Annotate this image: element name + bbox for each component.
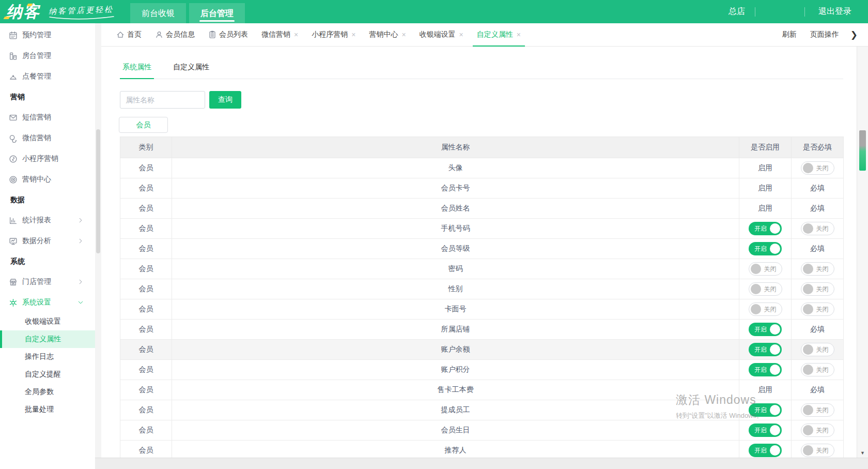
sidebar-scrollbar[interactable] <box>95 23 101 469</box>
chevron-right-icon[interactable]: ❯ <box>850 31 858 39</box>
required-cell: 关闭 <box>792 259 844 279</box>
page-tab-wechat-marketing[interactable]: 微信营销× <box>261 23 298 46</box>
enabled-toggle[interactable]: 开启 <box>749 343 782 356</box>
enabled-toggle[interactable]: 关闭 <box>749 262 782 276</box>
required-toggle[interactable]: 关闭 <box>801 444 834 457</box>
table-row: 会员会员姓名启用必填 <box>120 199 844 219</box>
attribute-name-input[interactable] <box>120 91 205 109</box>
sidebar-item-custom-reminder[interactable]: 自定义提醒 <box>0 366 95 383</box>
window-scroll-thumb[interactable] <box>859 130 866 171</box>
enabled-toggle[interactable]: 关闭 <box>749 302 782 316</box>
sidebar-item-system-settings[interactable]: 系统设置 <box>0 292 95 313</box>
page-tab-member-info[interactable]: 会员信息 <box>155 23 195 46</box>
enabled-toggle[interactable]: 开启 <box>749 363 782 376</box>
sidebar-item-marketing-center[interactable]: 营销中心 <box>0 169 95 190</box>
category-cell: 会员 <box>120 219 172 239</box>
table-row: 会员卡面号关闭关闭 <box>120 299 844 320</box>
required-toggle[interactable]: 关闭 <box>801 302 834 316</box>
category-cell: 会员 <box>120 178 172 199</box>
chevron-right-icon <box>78 238 84 244</box>
required-toggle[interactable]: 关闭 <box>801 222 834 235</box>
page-tab-member-list[interactable]: 会员列表 <box>208 23 248 46</box>
refresh-button[interactable]: 刷新 <box>780 30 797 39</box>
enabled-toggle[interactable]: 关闭 <box>749 282 782 296</box>
attribute-name-cell: 提成员工 <box>172 400 739 420</box>
category-cell: 会员 <box>120 239 172 259</box>
table-row: 会员密码关闭关闭 <box>120 259 844 279</box>
enabled-toggle[interactable]: 开启 <box>749 444 782 457</box>
sidebar-item-operation-log[interactable]: 操作日志 <box>0 348 95 366</box>
enabled-cell: 开启 <box>739 239 792 259</box>
required-state-text: 必填 <box>810 385 825 394</box>
scroll-down-arrow-icon[interactable]: ▼ <box>857 450 868 456</box>
sidebar-scroll-thumb[interactable] <box>96 129 100 253</box>
sidebar-item-room[interactable]: 房台管理 <box>0 46 95 66</box>
sidebar-item-global-params[interactable]: 全局参数 <box>0 383 95 401</box>
page-tab-custom-attributes[interactable]: 自定义属性× <box>477 23 521 46</box>
sidebar-item-store-mgmt[interactable]: 门店管理 <box>0 271 95 292</box>
required-cell: 关闭 <box>792 279 844 299</box>
required-toggle[interactable]: 关闭 <box>801 423 834 437</box>
enabled-toggle[interactable]: 开启 <box>749 323 782 336</box>
required-toggle[interactable]: 关闭 <box>801 363 834 376</box>
sidebar-item-dining[interactable]: 点餐管理 <box>0 66 95 87</box>
content-tab-custom-attributes[interactable]: 自定义属性 <box>171 55 212 79</box>
slogan-underline <box>49 16 115 20</box>
footer-strip <box>95 458 868 469</box>
page-tab-home[interactable]: 首页 <box>116 23 142 46</box>
sidebar-item-appointment[interactable]: 预约管理 <box>0 25 95 46</box>
table-row: 会员性别关闭关闭 <box>120 279 844 299</box>
refresh-label: 刷新 <box>782 30 797 39</box>
store-icon <box>9 278 18 286</box>
store-account-button[interactable]: 总店 <box>725 6 745 17</box>
page-tab-cashier-settings[interactable]: 收银端设置× <box>420 23 463 46</box>
table-header-cell: 属性名称 <box>172 137 739 158</box>
topbar-tab-front-cashier[interactable]: 前台收银 <box>130 3 186 23</box>
enabled-cell: 启用 <box>739 178 792 199</box>
content-tab-system-attributes[interactable]: 系统属性 <box>120 55 154 79</box>
sidebar-item-stats-report[interactable]: 统计报表 <box>0 210 95 231</box>
close-icon[interactable]: × <box>459 31 463 38</box>
window-scrollbar[interactable]: ▼ <box>857 47 868 458</box>
page-tab-marketing-center[interactable]: 营销中心× <box>369 23 406 46</box>
logout-button[interactable]: 退出登录 <box>815 6 851 17</box>
sidebar-section-data: 数据 <box>0 190 95 210</box>
attribute-name-cell: 会员姓名 <box>172 199 739 219</box>
table-row: 会员会员等级开启必填 <box>120 239 844 259</box>
sidebar-item-sms-marketing[interactable]: 短信营销 <box>0 107 95 128</box>
enabled-toggle[interactable]: 开启 <box>749 242 782 255</box>
table-header-cell: 类别 <box>120 137 172 158</box>
sidebar-item-wechat-marketing[interactable]: 微信营销 <box>0 128 95 148</box>
table-row: 会员会员生日开启关闭 <box>120 420 844 441</box>
category-tag-member[interactable]: 会员 <box>119 117 168 133</box>
required-toggle[interactable]: 关闭 <box>801 282 834 296</box>
page-operations-button[interactable]: 页面操作 <box>808 30 839 39</box>
required-toggle[interactable]: 关闭 <box>801 343 834 356</box>
wechat-icon <box>9 134 18 143</box>
enabled-cell: 开启 <box>739 320 792 340</box>
close-icon[interactable]: × <box>294 31 298 38</box>
topbar: 纳客 纳客管店更轻松 前台收银后台管理 总店 退出登录 <box>0 0 868 23</box>
required-toggle[interactable]: 关闭 <box>801 403 834 417</box>
brand-slogan-wrap: 纳客管店更轻松 <box>49 6 115 20</box>
sidebar-item-batch-process[interactable]: 批量处理 <box>0 401 95 418</box>
enabled-toggle[interactable]: 开启 <box>749 423 782 437</box>
topbar-tab-backend-admin[interactable]: 后台管理 <box>189 3 245 23</box>
table-header-row: 类别属性名称是否启用是否必填 <box>120 137 844 158</box>
sidebar-item-custom-attributes[interactable]: 自定义属性 <box>0 330 95 348</box>
required-toggle[interactable]: 关闭 <box>801 161 834 175</box>
topbar-mode-tabs: 前台收银后台管理 <box>130 3 248 23</box>
enabled-toggle[interactable]: 开启 <box>749 222 782 235</box>
sidebar-item-data-analysis[interactable]: 数据分析 <box>0 231 95 251</box>
query-button[interactable]: 查询 <box>209 91 241 109</box>
sidebar-item-cashier-settings[interactable]: 收银端设置 <box>0 313 95 330</box>
required-toggle[interactable]: 关闭 <box>801 262 834 276</box>
required-cell: 关闭 <box>792 158 844 178</box>
enabled-toggle[interactable]: 开启 <box>749 403 782 417</box>
close-icon[interactable]: × <box>401 31 406 38</box>
close-icon[interactable]: × <box>351 31 355 38</box>
sidebar-item-miniprogram-marketing[interactable]: 小程序营销 <box>0 148 95 169</box>
page-tab-miniprogram-marketing[interactable]: 小程序营销× <box>312 23 355 46</box>
close-icon[interactable]: × <box>517 31 521 38</box>
enabled-cell: 开启 <box>739 340 792 360</box>
